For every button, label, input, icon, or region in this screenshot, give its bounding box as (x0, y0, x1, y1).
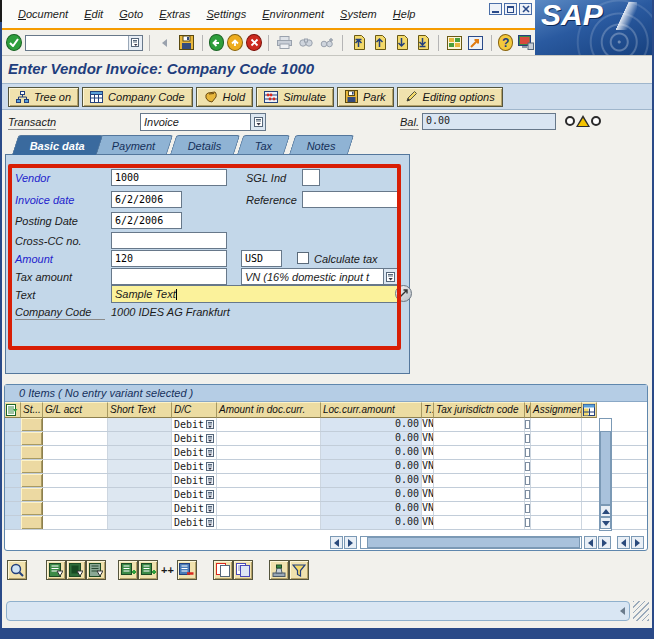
calculate-tax-checkbox[interactable] (297, 252, 309, 264)
command-dropdown-icon[interactable] (128, 36, 142, 50)
assignment-cell[interactable] (531, 432, 582, 445)
hscroll-right-button-2[interactable] (598, 536, 611, 549)
dc-cell[interactable]: Debit (172, 488, 217, 501)
table-row[interactable]: Debit 0.00 VN (5, 446, 647, 460)
table-row[interactable]: Debit 0.00 VN (5, 516, 647, 530)
amount-doc-curr-cell[interactable] (217, 418, 321, 431)
tax-code-cell[interactable]: VN (422, 488, 434, 501)
tax-code-cell[interactable]: VN (422, 446, 434, 459)
hold-button[interactable]: Hold (196, 87, 254, 107)
vscroll-down-button[interactable] (600, 517, 611, 529)
help-icon[interactable]: ? (498, 34, 514, 51)
row-select-cell[interactable] (5, 446, 21, 459)
close-icon[interactable] (519, 3, 532, 15)
row-select-cell[interactable] (5, 502, 21, 515)
dc-cell[interactable]: Debit (172, 432, 217, 445)
dc-cell[interactable]: Debit (172, 502, 217, 515)
table-row[interactable]: Debit 0.00 VN (5, 418, 647, 432)
text-field[interactable]: Sample Text (111, 285, 398, 303)
choose-detail-button[interactable] (7, 560, 27, 580)
tax-code-cell[interactable]: VN (422, 460, 434, 473)
change-item-button[interactable] (66, 560, 86, 580)
tax-code-cell[interactable]: VN (422, 502, 434, 515)
table-config-header-cell[interactable] (582, 402, 597, 418)
hscroll-left-button-2[interactable] (584, 536, 597, 549)
hscroll-track[interactable] (360, 536, 582, 549)
status-collapse-icon[interactable] (620, 607, 625, 615)
customize-layout-icon[interactable] (516, 34, 534, 52)
vertical-scrollbar[interactable] (599, 418, 612, 531)
table-row[interactable]: Debit 0.00 VN (5, 474, 647, 488)
amount-doc-curr-cell[interactable] (217, 432, 321, 445)
col-header-short-text[interactable]: Short Text (108, 402, 172, 418)
row-select-cell[interactable] (5, 516, 21, 529)
filter-button[interactable] (289, 560, 309, 580)
save-icon[interactable] (177, 34, 195, 52)
horizontal-scrollbar[interactable] (5, 535, 647, 550)
cross-cc-field[interactable] (111, 232, 227, 249)
tab-details[interactable]: Details (170, 135, 240, 155)
tax-jurisdictn-cell[interactable] (434, 460, 525, 473)
amount-doc-curr-cell[interactable] (217, 502, 321, 515)
col-header-loc-curr-amount[interactable]: Loc.curr.amount (321, 402, 422, 418)
dc-cell[interactable]: Debit (172, 418, 217, 431)
tax-jurisdictn-cell[interactable] (434, 516, 525, 529)
assignment-cell[interactable] (531, 460, 582, 473)
sgl-ind-field[interactable] (302, 169, 320, 186)
menu-system[interactable]: System (340, 8, 377, 20)
row-select-cell[interactable] (5, 460, 21, 473)
back-icon[interactable] (209, 34, 225, 51)
col-header-dc[interactable]: D/C (172, 402, 217, 418)
tax-jurisdictn-cell[interactable] (434, 474, 525, 487)
gl-acct-cell[interactable] (43, 502, 108, 515)
insert-row-button[interactable] (118, 560, 138, 580)
amount-doc-curr-cell[interactable] (217, 446, 321, 459)
table-row[interactable]: Debit 0.00 VN (5, 432, 647, 446)
amount-doc-curr-cell[interactable] (217, 460, 321, 473)
tab-tax[interactable]: Tax (237, 135, 291, 155)
tax-jurisdictn-cell[interactable] (434, 488, 525, 501)
transaction-dropdown-icon[interactable] (250, 114, 265, 130)
tax-jurisdictn-cell[interactable] (434, 446, 525, 459)
tab-basic-data[interactable]: Basic data (12, 135, 104, 155)
next-page-icon[interactable] (392, 34, 410, 52)
hscroll-right-button[interactable] (344, 536, 357, 549)
tax-code-cell[interactable]: VN (422, 418, 434, 431)
table-row[interactable]: Debit 0.00 VN (5, 502, 647, 516)
col-header-st[interactable]: St... (21, 402, 43, 418)
last-page-icon[interactable] (414, 34, 432, 52)
assignment-cell[interactable] (531, 446, 582, 459)
menu-edit[interactable]: Edit (84, 8, 103, 20)
row-select-cell[interactable] (5, 418, 21, 431)
tax-code-combobox[interactable]: VN (16% domestic input t (241, 268, 398, 285)
vscroll-thumb[interactable] (600, 431, 611, 505)
transaction-combobox[interactable]: Invoice (140, 113, 266, 131)
assignment-cell[interactable] (531, 502, 582, 515)
maximize-icon[interactable] (504, 3, 517, 15)
menu-extras[interactable]: Extras (159, 8, 190, 20)
minimize-icon[interactable] (489, 3, 502, 15)
assignment-cell[interactable] (531, 488, 582, 501)
row-select-cell[interactable] (5, 432, 21, 445)
sort-stamp-button[interactable] (269, 560, 289, 580)
new-session-icon[interactable] (445, 34, 463, 52)
resize-grip[interactable] (633, 601, 649, 621)
amount-field[interactable] (111, 250, 227, 267)
col-header-t[interactable]: T... (422, 402, 434, 418)
long-text-button[interactable] (395, 285, 412, 302)
gl-acct-cell[interactable] (43, 460, 108, 473)
previous-page-icon[interactable] (371, 34, 389, 52)
table-row[interactable]: Debit 0.00 VN (5, 460, 647, 474)
tax-code-cell[interactable]: VN (422, 432, 434, 445)
park-button[interactable]: Park (337, 87, 394, 107)
menu-document[interactable]: Document (18, 8, 68, 20)
hscroll-left-button[interactable] (330, 536, 343, 549)
col-header-tax-jurisdictn[interactable]: Tax jurisdictn code (434, 402, 525, 418)
dc-cell[interactable]: Debit (172, 460, 217, 473)
vscroll-up-button[interactable] (600, 505, 611, 517)
cancel-icon[interactable] (246, 34, 262, 51)
first-page-icon[interactable] (349, 34, 367, 52)
display-item-button[interactable] (46, 560, 66, 580)
dc-cell[interactable]: Debit (172, 516, 217, 529)
copy-items-button[interactable] (213, 560, 233, 580)
